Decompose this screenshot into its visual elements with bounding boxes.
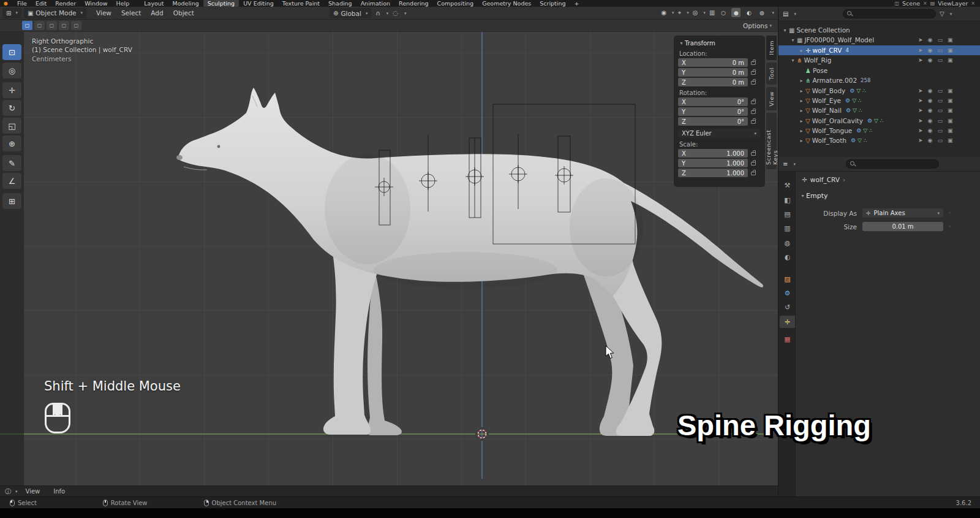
- lock-icon[interactable]: [751, 162, 756, 166]
- outliner-row-wolf-eye[interactable]: ▸ ▽ Wolf_Eye ⚙▽∴ ➤◉▭▣: [778, 96, 980, 105]
- annotate-tool-button[interactable]: ✎: [2, 155, 21, 171]
- restrict-select-icon[interactable]: ➤: [918, 107, 923, 113]
- disable-viewport-icon[interactable]: ▭: [937, 37, 943, 43]
- proportional-edit-icon[interactable]: ◌: [393, 10, 398, 17]
- tab-screencast-keys[interactable]: Screencast Keys: [766, 113, 777, 169]
- disable-render-icon[interactable]: ▣: [948, 137, 953, 143]
- workspace-tab-layout[interactable]: Layout: [140, 0, 168, 7]
- info-editor-icon[interactable]: ⓘ: [5, 487, 11, 496]
- disable-render-icon[interactable]: ▣: [948, 118, 953, 124]
- menu-edit[interactable]: Edit: [31, 0, 51, 7]
- workspace-tab-sculpting[interactable]: Sculpting: [203, 0, 239, 7]
- viewlayer-selector[interactable]: ViewLayer: [938, 0, 968, 7]
- restrict-select-icon[interactable]: ➤: [918, 137, 923, 143]
- tab-render[interactable]: ◧: [780, 194, 795, 206]
- lock-icon[interactable]: [751, 81, 756, 85]
- lock-icon[interactable]: [751, 172, 756, 175]
- snap-magnet-icon[interactable]: ∩: [375, 10, 380, 17]
- info-view-menu[interactable]: View: [20, 488, 46, 495]
- tab-physics[interactable]: ↺: [780, 301, 795, 313]
- expand-icon[interactable]: ▸: [798, 48, 805, 53]
- tab-texture[interactable]: ▦: [780, 333, 795, 345]
- disable-viewport-icon[interactable]: ▭: [937, 128, 943, 134]
- disable-render-icon[interactable]: ▣: [948, 128, 953, 134]
- rotation-z-field[interactable]: Z0°: [678, 117, 748, 126]
- size-field[interactable]: 0.01 m: [862, 222, 943, 231]
- scene-selector[interactable]: Scene: [902, 0, 920, 7]
- hide-icon[interactable]: ◉: [928, 57, 933, 63]
- modifier-icon[interactable]: ⚙: [846, 107, 851, 113]
- add-menu[interactable]: Add: [146, 9, 168, 17]
- tab-tool[interactable]: Tool: [766, 63, 777, 85]
- lock-icon[interactable]: [751, 120, 756, 124]
- workspace-tab-shading[interactable]: Shading: [324, 0, 356, 7]
- location-z-field[interactable]: Z0 m: [678, 78, 748, 86]
- expand-icon[interactable]: ▸: [798, 98, 805, 104]
- restrict-select-icon[interactable]: ➤: [918, 88, 923, 94]
- collapse-icon[interactable]: ▾: [790, 58, 796, 63]
- disable-viewport-icon[interactable]: ▭: [937, 88, 943, 94]
- tab-item[interactable]: Item: [766, 36, 777, 60]
- object-menu[interactable]: Object: [168, 9, 199, 17]
- tab-view[interactable]: View: [766, 87, 777, 110]
- move-tool-button[interactable]: ✛: [2, 82, 21, 98]
- lock-icon[interactable]: [751, 152, 756, 156]
- tab-scene[interactable]: ◍: [780, 237, 795, 249]
- modifier-icon[interactable]: ⚙: [856, 128, 861, 134]
- select-menu[interactable]: Select: [116, 9, 146, 17]
- rotation-y-field[interactable]: Y0°: [678, 107, 748, 116]
- breadcrumb-object-name[interactable]: wolf_CRV: [810, 176, 840, 183]
- tool-preset-button-5[interactable]: ▢: [71, 21, 81, 30]
- outliner-search-input[interactable]: [843, 9, 936, 18]
- options-dropdown[interactable]: Options ▾: [743, 22, 772, 29]
- workspace-tab-scripting[interactable]: Scripting: [535, 0, 570, 7]
- tool-preset-button-4[interactable]: ▢: [59, 21, 69, 30]
- disable-viewport-icon[interactable]: ▭: [937, 97, 943, 104]
- workspace-tab-rendering[interactable]: Rendering: [394, 0, 433, 7]
- empty-panel-header[interactable]: ▾ Empty: [799, 192, 827, 200]
- outliner-row-wolf-tooth[interactable]: ▸ ▽ Wolf_Tooth ⚙▽∴ ➤◉▭▣: [778, 135, 980, 145]
- lock-icon[interactable]: [751, 110, 756, 114]
- animate-property-icon[interactable]: ◦: [948, 210, 951, 216]
- restrict-select-icon[interactable]: ➤: [918, 128, 923, 134]
- modifier-icon[interactable]: ⚙: [850, 88, 854, 94]
- outliner-row-wolf-body[interactable]: ▸ ▽ Wolf_Body ⚙▽∴ ➤◉▭▣: [778, 86, 980, 96]
- tool-preset-button-1[interactable]: ▢: [22, 21, 32, 30]
- menu-render[interactable]: Render: [51, 0, 80, 7]
- transform-panel-header[interactable]: ▾ Transform: [678, 39, 761, 47]
- viewport-canvas[interactable]: Right Orthographic (1) Scene Collection …: [0, 7, 778, 486]
- menu-file[interactable]: File: [13, 0, 31, 7]
- gizmos-icon[interactable]: ⌖: [678, 9, 682, 17]
- add-primitive-tool-button[interactable]: ⊞: [2, 193, 21, 209]
- disable-viewport-icon[interactable]: ▭: [937, 137, 943, 143]
- disable-render-icon[interactable]: ▣: [948, 47, 953, 53]
- editor-type-button[interactable]: ⊞ ▾: [2, 8, 21, 18]
- measure-tool-button[interactable]: ∠: [2, 173, 21, 189]
- rotation-x-field[interactable]: X0°: [678, 97, 748, 106]
- outliner-filter-icon[interactable]: ▽: [940, 10, 944, 17]
- hide-icon[interactable]: ◉: [928, 37, 933, 43]
- hide-icon[interactable]: ◉: [928, 128, 933, 134]
- object-visibility-icon[interactable]: ◉: [661, 9, 666, 16]
- tool-preset-button-3[interactable]: ▢: [47, 21, 57, 30]
- animate-property-icon[interactable]: ◦: [948, 224, 951, 230]
- outliner-row-wolf-nail[interactable]: ▸ ▽ Wolf_Nail ⚙▽∴ ➤◉▭▣: [778, 105, 980, 115]
- transform-tool-button[interactable]: ⊕: [2, 135, 21, 151]
- tab-output[interactable]: ▤: [780, 208, 795, 220]
- location-y-field[interactable]: Y0 m: [678, 68, 748, 77]
- outliner-editor-icon[interactable]: ▤: [783, 10, 788, 17]
- modifier-icon[interactable]: ⚙: [851, 137, 856, 143]
- disable-render-icon[interactable]: ▣: [948, 88, 953, 94]
- hide-icon[interactable]: ◉: [928, 137, 933, 143]
- disable-viewport-icon[interactable]: ▭: [937, 107, 943, 113]
- restrict-select-icon[interactable]: ➤: [918, 97, 923, 104]
- overlays-icon[interactable]: ◎: [693, 9, 698, 16]
- menu-help[interactable]: Help: [112, 0, 134, 7]
- properties-editor-icon[interactable]: ≡: [783, 161, 788, 167]
- outliner-row-armature-data[interactable]: ▸ ⋔ Armature.002 258: [778, 75, 980, 85]
- scene-clear-icon[interactable]: ×: [923, 1, 927, 6]
- modifier-icon[interactable]: ⚙: [845, 97, 850, 104]
- viewlayer-clear-icon[interactable]: ×: [971, 1, 975, 6]
- restrict-select-icon[interactable]: ➤: [918, 47, 923, 53]
- hide-icon[interactable]: ◉: [928, 107, 933, 113]
